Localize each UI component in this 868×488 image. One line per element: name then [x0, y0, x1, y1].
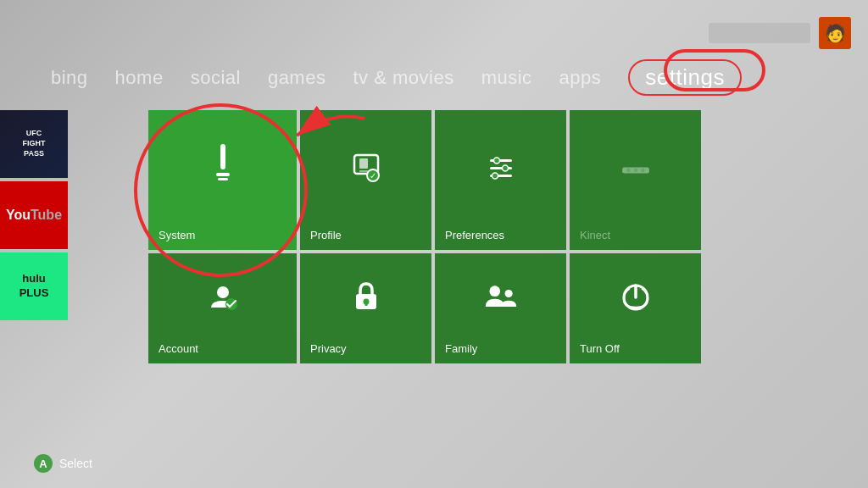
account-icon [208, 282, 238, 319]
svg-rect-2 [218, 178, 228, 180]
svg-point-18 [217, 286, 229, 298]
select-label: Select [59, 457, 92, 470]
nav-settings[interactable]: settings [628, 59, 742, 96]
tile-preferences-label: Preferences [445, 229, 504, 241]
a-button: A [34, 454, 53, 473]
tile-turn-off-label: Turn Off [580, 342, 620, 355]
tile-family[interactable]: Family [435, 253, 566, 363]
family-icon [484, 282, 518, 319]
nav-music[interactable]: music [481, 67, 532, 89]
nav-home[interactable]: home [115, 67, 164, 89]
top-right-area: 🧑 [709, 17, 851, 49]
svg-point-16 [633, 169, 637, 173]
svg-rect-1 [216, 173, 230, 176]
main-grid: System ✓ Profile Preferenc [148, 110, 701, 363]
tile-preferences[interactable]: Preferences [435, 110, 566, 250]
svg-rect-0 [220, 144, 225, 169]
svg-point-23 [489, 286, 500, 297]
nav-games[interactable]: games [268, 67, 326, 89]
tile-privacy[interactable]: Privacy [300, 253, 431, 363]
profile-icon: ✓ [351, 153, 381, 190]
svg-point-11 [493, 158, 499, 164]
tile-kinect[interactable]: Kinect [570, 110, 701, 250]
left-sidebar: UFCFIGHTPASS YouTube huluPLUS [0, 110, 76, 320]
svg-point-13 [492, 173, 498, 179]
search-bar[interactable] [709, 23, 810, 43]
nav-tv-movies[interactable]: tv & movies [353, 67, 453, 89]
tile-profile[interactable]: ✓ Profile [300, 110, 431, 250]
power-icon [620, 282, 651, 319]
svg-point-17 [641, 169, 645, 173]
tile-privacy-label: Privacy [310, 342, 347, 355]
preferences-icon [487, 154, 515, 189]
privacy-icon [353, 282, 379, 319]
svg-point-15 [626, 169, 631, 173]
svg-point-12 [502, 165, 508, 171]
svg-rect-4 [359, 158, 368, 169]
tile-account-label: Account [159, 342, 198, 355]
nav-social[interactable]: social [191, 67, 241, 89]
sidebar-hulu[interactable]: huluPLUS [0, 252, 68, 320]
sidebar-youtube[interactable]: YouTube [0, 181, 68, 249]
tile-family-label: Family [445, 342, 477, 355]
tile-turn-off[interactable]: Turn Off [570, 253, 701, 363]
kinect-icon [621, 158, 650, 185]
nav-apps[interactable]: apps [559, 67, 602, 89]
nav-bing[interactable]: bing [51, 67, 88, 89]
tile-system[interactable]: System [148, 110, 297, 250]
svg-text:✓: ✓ [370, 171, 376, 180]
tile-kinect-label: Kinect [580, 229, 610, 241]
svg-rect-22 [364, 302, 367, 306]
bottom-bar: A Select [34, 454, 92, 473]
sidebar-ufc[interactable]: UFCFIGHTPASS [0, 110, 68, 178]
tile-system-label: System [159, 229, 195, 241]
svg-point-24 [504, 289, 512, 297]
avatar[interactable]: 🧑 [819, 17, 851, 49]
tile-profile-label: Profile [310, 229, 342, 241]
tile-account[interactable]: Account [148, 253, 297, 363]
top-nav: bing home social games tv & movies music… [51, 59, 834, 96]
console-icon [206, 142, 240, 201]
